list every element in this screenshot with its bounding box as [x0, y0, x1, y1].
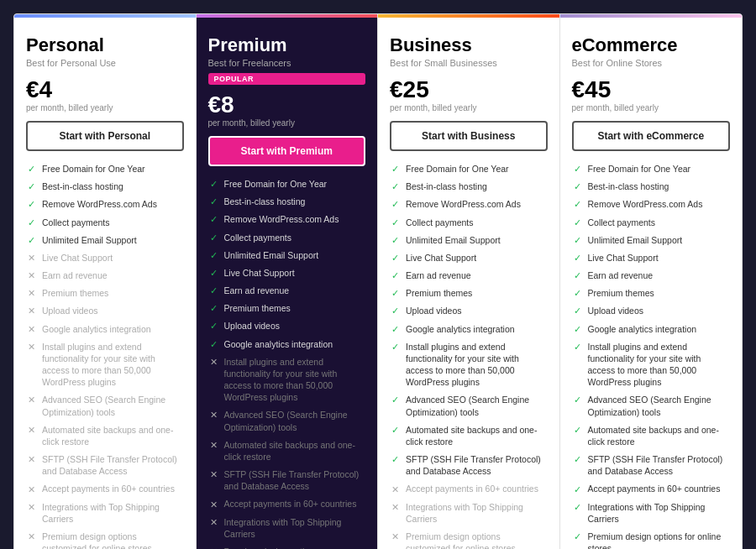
feature-item: ✓ Advanced SEO (Search Engine Optimizati… — [572, 394, 731, 417]
check-icon: ✓ — [572, 531, 583, 542]
feature-item: ✓ Advanced SEO (Search Engine Optimizati… — [390, 394, 548, 417]
feature-text: Earn ad revenue — [42, 269, 108, 281]
feature-text: Earn ad revenue — [588, 269, 654, 281]
check-icon: ✓ — [26, 164, 37, 175]
feature-item: ✓ Earn ad revenue — [208, 285, 366, 296]
cross-icon: ✕ — [208, 440, 219, 451]
plan-top-border-premium — [197, 14, 378, 18]
feature-text: Automated site backups and one-click res… — [588, 424, 731, 447]
feature-item: ✕ Accept payments in 60+ countries — [26, 483, 184, 494]
cross-icon: ✕ — [26, 306, 37, 316]
feature-item: ✓ Remove WordPress.com Ads — [572, 198, 731, 210]
feature-item: ✕ Live Chat Support — [26, 252, 184, 264]
feature-item: ✓ Google analytics integration — [572, 323, 731, 335]
plan-cta-ecommerce[interactable]: Start with eCommerce — [572, 121, 731, 151]
check-icon: ✓ — [390, 425, 401, 436]
feature-item: ✓ Free Domain for One Year — [390, 163, 548, 175]
feature-item: ✓ Unlimited Email Support — [572, 234, 731, 246]
check-icon: ✓ — [208, 339, 219, 350]
feature-item: ✓ Collect payments — [26, 217, 184, 228]
feature-text: Upload videos — [588, 305, 644, 316]
plan-billing-business: per month, billed yearly — [390, 103, 548, 112]
feature-item: ✓ Install plugins and extend functionali… — [572, 341, 731, 389]
check-icon: ✓ — [208, 196, 219, 207]
popular-badge: POPULAR — [208, 73, 366, 85]
plan-top-border-ecommerce — [560, 14, 743, 18]
cross-icon: ✕ — [26, 324, 37, 335]
cross-icon: ✕ — [208, 517, 219, 528]
feature-item: ✓ Automated site backups and one-click r… — [572, 424, 731, 447]
feature-text: Upload videos — [224, 320, 281, 332]
feature-text: Premium themes — [588, 287, 654, 299]
cross-icon: ✕ — [208, 499, 219, 510]
cross-icon: ✕ — [26, 342, 37, 353]
feature-text: SFTP (SSH File Transfer Protocol) and Da… — [42, 453, 184, 477]
plan-cta-business[interactable]: Start with Business — [390, 121, 548, 151]
features-list-business: ✓ Free Domain for One Year ✓ Best-in-cla… — [390, 163, 548, 549]
feature-text: Premium design options customized for on… — [224, 546, 366, 549]
plan-cta-personal[interactable]: Start with Personal — [26, 121, 184, 151]
feature-item: ✓ Collect payments — [208, 232, 366, 243]
feature-item: ✓ Google analytics integration — [208, 338, 366, 350]
feature-text: SFTP (SSH File Transfer Protocol) and Da… — [588, 453, 731, 477]
feature-text: Upload videos — [406, 305, 462, 316]
features-list-personal: ✓ Free Domain for One Year ✓ Best-in-cla… — [26, 163, 184, 549]
feature-item: ✕ Premium design options customized for … — [208, 546, 366, 549]
feature-item: ✓ Live Chat Support — [208, 267, 366, 279]
feature-text: Earn ad revenue — [224, 285, 290, 296]
cross-icon: ✕ — [208, 357, 219, 368]
feature-text: Accept payments in 60+ countries — [406, 483, 538, 494]
plan-name-personal: Personal — [26, 34, 184, 56]
feature-item: ✓ Best-in-class hosting — [572, 180, 731, 192]
feature-text: Accept payments in 60+ countries — [224, 498, 357, 510]
check-icon: ✓ — [572, 217, 583, 228]
cross-icon: ✕ — [208, 469, 219, 480]
feature-text: Remove WordPress.com Ads — [406, 198, 521, 210]
plan-price-business: €25 — [390, 76, 548, 103]
check-icon: ✓ — [572, 288, 583, 299]
feature-text: Premium themes — [224, 302, 291, 314]
plan-card-business: BusinessBest for Small Businesses€25per … — [378, 14, 560, 549]
feature-item: ✓ Upload videos — [390, 305, 548, 316]
check-icon: ✓ — [572, 324, 583, 335]
check-icon: ✓ — [390, 395, 401, 405]
feature-text: Best-in-class hosting — [588, 180, 669, 192]
check-icon: ✓ — [390, 324, 401, 335]
feature-item: ✓ Install plugins and extend functionali… — [390, 341, 548, 389]
check-icon: ✓ — [208, 268, 219, 279]
feature-text: Earn ad revenue — [406, 269, 471, 281]
feature-text: Free Domain for One Year — [588, 163, 691, 175]
feature-text: Google analytics integration — [42, 323, 151, 335]
plan-cta-premium[interactable]: Start with Premium — [208, 136, 366, 166]
check-icon: ✓ — [390, 217, 401, 228]
check-icon: ✓ — [390, 270, 401, 281]
check-icon: ✓ — [572, 199, 583, 210]
feature-text: Live Chat Support — [406, 252, 476, 264]
feature-text: Free Domain for One Year — [42, 163, 145, 175]
feature-text: Premium design options customized for on… — [42, 531, 184, 549]
plan-card-personal: PersonalBest for Personal Use€4per month… — [14, 14, 197, 549]
check-icon: ✓ — [572, 454, 583, 465]
pricing-grid: PersonalBest for Personal Use€4per month… — [13, 13, 743, 549]
feature-text: Free Domain for One Year — [224, 178, 328, 190]
check-icon: ✓ — [390, 199, 401, 210]
plan-tagline-ecommerce: Best for Online Stores — [572, 58, 731, 68]
feature-text: Collect payments — [42, 217, 110, 228]
feature-text: Collect payments — [224, 232, 292, 243]
feature-item: ✓ Unlimited Email Support — [26, 234, 184, 246]
feature-item: ✓ Automated site backups and one-click r… — [390, 424, 548, 447]
plan-card-ecommerce: eCommerceBest for Online Stores€45per mo… — [560, 14, 743, 549]
feature-text: SFTP (SSH File Transfer Protocol) and Da… — [406, 453, 548, 477]
feature-item: ✓ Integrations with Top Shipping Carrier… — [572, 501, 731, 525]
feature-item: ✕ Advanced SEO (Search Engine Optimizati… — [26, 394, 184, 417]
check-icon: ✓ — [208, 321, 219, 332]
check-icon: ✓ — [390, 181, 401, 192]
plan-billing-personal: per month, billed yearly — [26, 103, 184, 112]
cross-icon: ✕ — [390, 484, 401, 494]
feature-item: ✓ Remove WordPress.com Ads — [390, 198, 548, 210]
check-icon: ✓ — [390, 288, 401, 299]
feature-text: Best-in-class hosting — [406, 180, 487, 192]
feature-item: ✓ Unlimited Email Support — [208, 249, 366, 261]
feature-text: Install plugins and extend functionality… — [406, 341, 548, 389]
feature-text: Install plugins and extend functionality… — [224, 356, 366, 404]
